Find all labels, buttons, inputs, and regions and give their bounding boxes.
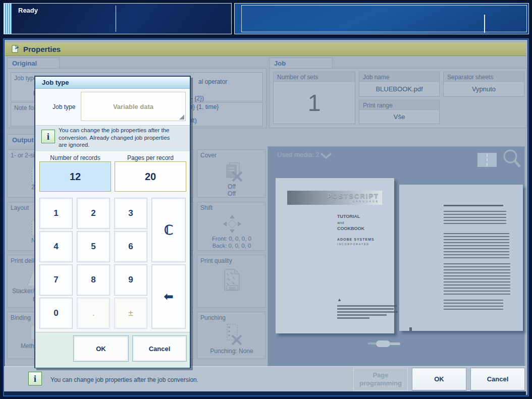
job-name-value: BLUEBOOK.pdf (359, 82, 439, 96)
key-plusminus: ± (114, 298, 147, 329)
cover-line2: and (337, 220, 344, 225)
used-media-label[interactable]: Used media: 2 (277, 151, 320, 158)
separator-sheets-value: Vypnuto (444, 82, 524, 96)
cover-value2: Off (197, 190, 266, 197)
number-of-sets-label: Number of sets (274, 72, 355, 82)
cover-banner-title: POSTSCRIPT (287, 192, 379, 200)
punching-icon (224, 323, 243, 346)
cover-line3: COOKBOOK (337, 226, 364, 231)
pages-label: Pages per record (115, 154, 186, 161)
dialog-titlebar: Job type (35, 77, 190, 89)
dialog-title: Job type (42, 79, 69, 86)
key-5[interactable]: 5 (77, 231, 110, 262)
footer-info-icon: i (28, 372, 42, 385)
page2-title-line (444, 205, 503, 206)
shift-icon (223, 214, 242, 234)
key-3[interactable]: 3 (114, 198, 147, 229)
zoom-slider-handle[interactable] (376, 340, 390, 347)
footer-cancel-button[interactable]: Cancel (470, 368, 525, 391)
print-delivery-label: Print deliv (11, 257, 37, 264)
original-jobtype-label: Job type (14, 75, 37, 82)
pages-field[interactable]: 20 (115, 161, 186, 192)
job-type-dropdown-value: Variable data (81, 92, 185, 121)
footer-ok-button[interactable]: OK (412, 368, 466, 391)
tab-original: Original (7, 58, 60, 69)
job-name-label: Job name (359, 72, 439, 82)
key-1[interactable]: 1 (39, 198, 73, 229)
punching-label: Punching (200, 314, 226, 321)
key-2[interactable]: 2 (77, 198, 110, 229)
cover-label: Cover (200, 152, 217, 159)
print-quality-dpi-text: 600 (229, 286, 236, 291)
page-programming-button: Page programming (353, 368, 408, 391)
cover-line1: TUTORIAL (337, 214, 360, 219)
print-range-field: Print range Vše (359, 100, 440, 124)
shift-back-value: Back: 0, 0, 0, 0 (197, 243, 266, 249)
cover-address-line (337, 305, 397, 307)
key-9[interactable]: 9 (114, 264, 147, 296)
layout-label: Layout (11, 204, 29, 211)
key-8[interactable]: 8 (77, 264, 110, 296)
number-of-sets-value: 1 (274, 82, 355, 124)
properties-icon (11, 44, 20, 53)
page2-paragraph (444, 233, 509, 258)
original-fragment-3: te} {1, time} (188, 103, 219, 110)
cover-panel: Cover Off Off (197, 149, 265, 198)
number-of-sets-field: Number of sets 1 (273, 72, 355, 124)
job-type-dropdown[interactable]: Variable data (81, 92, 186, 121)
status-stripe (4, 4, 12, 34)
key-decimal: . (77, 298, 110, 329)
dropdown-corner-icon (179, 115, 184, 120)
dialog-info-section: i You can change the job properties afte… (35, 126, 190, 152)
dialog-info-icon: i (41, 130, 55, 143)
separator-sheets-field: Separator sheets Vypnuto (443, 72, 524, 97)
cover-banner-subtitle: LANGUAGE (287, 200, 379, 203)
footer-bar: i You can change job properties after th… (4, 366, 526, 392)
dialog-cancel-button[interactable]: Cancel (132, 335, 187, 362)
tab-original-label: Original (12, 60, 37, 67)
window-bottom-strip (4, 391, 526, 395)
cover-address-line (337, 317, 369, 319)
cover-publisher1: ADOBE SYSTEMS (337, 238, 375, 241)
key-0[interactable]: 0 (39, 298, 73, 329)
print-delivery-value1: Stacker/s (12, 288, 37, 295)
cover-logo-mark: ▲ (337, 297, 342, 302)
separator-sheets-label: Separator sheets (444, 72, 524, 82)
key-4[interactable]: 4 (39, 231, 73, 262)
key-clear-icon[interactable]: ℂ (151, 198, 186, 262)
sided-label: 1- or 2-sid (11, 152, 38, 159)
records-label: Number of records (39, 154, 111, 161)
dialog-jobtype-label: Job type (52, 103, 75, 110)
spread-view-icon[interactable] (477, 153, 497, 167)
print-quality-label: Print quality (200, 257, 232, 264)
cover-address-line (337, 314, 387, 316)
binding-label: Binding (11, 314, 31, 321)
job-name-field: Job name BLUEBOOK.pdf (359, 72, 440, 97)
dialog-jobtype-section: Job type Variable data (35, 89, 190, 126)
shift-label: Shift (200, 204, 212, 211)
window-titlebar: Properties (5, 42, 526, 56)
status-ready-text: Ready (18, 7, 38, 14)
zoom-slider-track-right (389, 343, 400, 345)
key-backspace-icon[interactable]: ⬅ (151, 264, 186, 329)
tab-job: Job (269, 58, 333, 69)
job-panel: Number of sets 1 Job name BLUEBOOK.pdf S… (269, 68, 527, 128)
page2-paragraph (444, 263, 510, 295)
cover-banner: POSTSCRIPT LANGUAGE (287, 191, 382, 205)
zoom-magnifier-icon[interactable] (502, 149, 522, 170)
preview-page-cover: POSTSCRIPT LANGUAGE TUTORIAL and COOKBOO… (276, 178, 394, 333)
key-6[interactable]: 6 (114, 231, 147, 262)
print-range-value: Vše (359, 110, 439, 124)
shift-front-value: Front: 0, 0, 0, 0 (197, 236, 266, 242)
records-field[interactable]: 12 (39, 161, 111, 192)
tab-output-label: Output (12, 136, 34, 144)
page2-paragraph (444, 211, 506, 226)
dialog-ok-button[interactable]: OK (73, 335, 129, 362)
preview-area: Used media: 2 POSTSCRIPT LANGUAGE TUTORI… (268, 146, 525, 366)
status-divider (116, 6, 116, 32)
dialog-button-section: OK Cancel (35, 332, 190, 368)
status-panel-left: Ready (4, 3, 232, 34)
dialog-keypad-section: Number of records Pages per record 12 20… (35, 151, 190, 332)
chevron-down-icon[interactable] (320, 152, 332, 159)
key-7[interactable]: 7 (39, 264, 73, 296)
